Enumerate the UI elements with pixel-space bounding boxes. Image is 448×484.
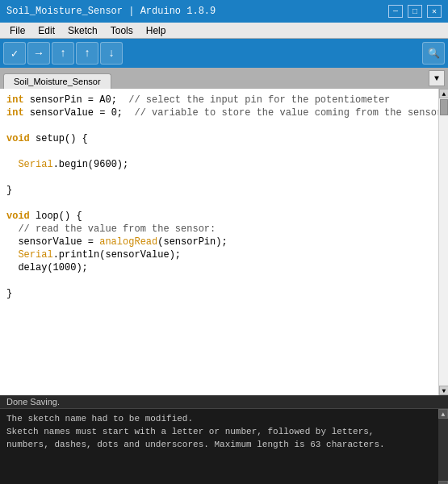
menu-help[interactable]: Help (140, 23, 173, 38)
code-line: Serial.println(sensorValue); (6, 248, 442, 261)
tab-bar: Soil_Moisture_Sensor ▼ (0, 68, 448, 89)
scroll-down-arrow[interactable]: ▼ (439, 386, 448, 395)
verify-button[interactable]: ✓ (3, 42, 26, 65)
open-button[interactable]: ↑ (76, 42, 98, 65)
code-line: sensorValue = analogRead(sensorPin); (6, 236, 442, 248)
console-line: numbers, dashes, dots and underscores. M… (6, 438, 442, 451)
menu-edit[interactable]: Edit (31, 23, 61, 38)
code-line (6, 171, 442, 184)
minimize-button[interactable]: ─ (388, 5, 403, 18)
code-line: } (6, 184, 442, 197)
code-line: Serial.begin(9600); (6, 158, 442, 171)
title-bar: Soil_Moisture_Sensor | Arduino 1.8.9 ─ □… (0, 0, 448, 23)
console-line: Sketch names must start with a letter or… (6, 425, 442, 438)
active-tab[interactable]: Soil_Moisture_Sensor (3, 73, 111, 89)
title-text: Soil_Moisture_Sensor | Arduino 1.8.9 (6, 6, 216, 17)
menu-sketch[interactable]: Sketch (61, 23, 104, 38)
upload-button[interactable]: → (27, 42, 50, 65)
tab-dropdown[interactable]: ▼ (429, 70, 445, 86)
save-button[interactable]: ↓ (100, 42, 123, 65)
console-scroll-down[interactable]: ▼ (438, 481, 448, 484)
scroll-thumb[interactable] (440, 99, 448, 115)
toolbar: ✓ → ↑ ↑ ↓ 🔍 (0, 39, 448, 68)
new-button[interactable]: ↑ (52, 42, 74, 65)
menu-file[interactable]: File (3, 23, 31, 38)
menu-tools[interactable]: Tools (104, 23, 140, 38)
editor-container: int sensorPin = A0; // select the input … (0, 89, 448, 395)
code-line (6, 145, 442, 158)
editor-scrollbar[interactable]: ▲ ▼ (438, 89, 448, 395)
scroll-up-arrow[interactable]: ▲ (439, 89, 448, 98)
console-header: Done Saving. (0, 395, 448, 409)
code-line: void setup() { (6, 132, 442, 145)
restore-button[interactable]: □ (408, 5, 422, 18)
window-controls: ─ □ ✕ (388, 5, 442, 18)
console-line: The sketch name had to be modified. (6, 412, 442, 425)
console-output: The sketch name had to be modified. Sket… (0, 409, 448, 484)
code-line (6, 197, 442, 210)
code-line (6, 274, 442, 287)
code-line: int sensorPin = A0; // select the input … (6, 94, 442, 106)
menu-bar: File Edit Sketch Tools Help (0, 23, 448, 39)
code-line: void loop() { (6, 210, 442, 223)
search-button[interactable]: 🔍 (422, 42, 445, 65)
code-line: // read the value from the sensor: (6, 223, 442, 236)
code-line: } (6, 287, 442, 300)
console-scrollbar[interactable]: ▲ ▼ (438, 409, 448, 484)
console-container: Done Saving. The sketch name had to be m… (0, 395, 448, 484)
close-button[interactable]: ✕ (427, 5, 442, 18)
code-line (6, 119, 442, 132)
console-scroll-up[interactable]: ▲ (438, 409, 448, 419)
code-line: delay(1000); (6, 261, 442, 274)
code-editor[interactable]: int sensorPin = A0; // select the input … (0, 89, 448, 395)
code-line: int sensorValue = 0; // variable to stor… (6, 106, 442, 119)
